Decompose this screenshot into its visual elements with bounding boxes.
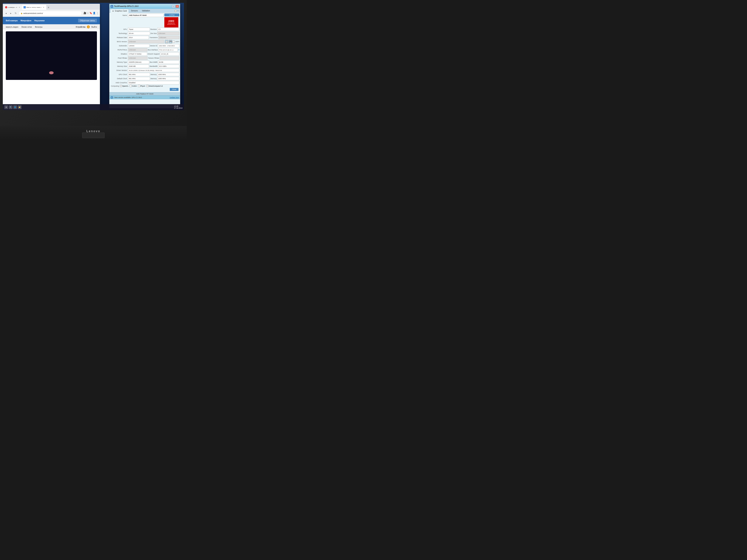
gpuz-cuda-item: CUDA xyxy=(130,85,137,87)
devices-label: Устройства xyxy=(76,26,85,28)
gpuz-uefi-checkbox[interactable] xyxy=(173,41,175,43)
gpuz-row-gpu: GPU Topaz Revision C3 xyxy=(110,27,179,31)
nav-webcam[interactable]: Веб-камера xyxy=(6,20,18,22)
gpuz-directcompute-checkbox[interactable] xyxy=(147,85,149,87)
gpuz-value-pixel: Unknown xyxy=(128,56,148,60)
gpuz-opencl-checkbox[interactable] xyxy=(120,85,122,87)
gpuz-value-diesize: Unknown xyxy=(157,32,179,35)
submenu-flip[interactable]: вернуть видео xyxy=(6,26,18,28)
gpuz-sub-businterface: Bus Interface xyxy=(147,49,158,51)
gpuz-sub-directx: DirectX Support xyxy=(147,53,160,55)
address-bar[interactable]: 🔒 webcammictest.com/ru/ xyxy=(19,11,82,16)
gpuz-row-memtype: Memory Type GDDR5 (Micron) Bus Width 64 … xyxy=(110,60,179,64)
gpuz-value-memclock: 1000 MHz xyxy=(157,73,179,76)
taskbar-time-area: 12:45 27.06.2019 xyxy=(174,105,182,109)
gpuz-value-subvendor: Lenovo xyxy=(128,44,149,47)
tab-favicon-2 xyxy=(24,6,26,8)
webcam-preview xyxy=(6,31,97,80)
gpuz-tab-graphics-label: Graphics Card xyxy=(115,10,127,12)
browser-tab-1[interactable]: о-камеры – п × xyxy=(4,5,22,10)
tab-close-2[interactable]: × xyxy=(43,6,45,8)
taskbar-date: 27.06.2019 xyxy=(174,107,182,109)
taskbar-browser-icon[interactable]: 🌐 xyxy=(13,105,17,109)
gpuz-physx-item: PhysX xyxy=(138,85,145,87)
video-icon: 🎥 xyxy=(83,12,86,15)
gpuz-update-link[interactable]: Update Now xyxy=(170,97,179,98)
taskbar-start[interactable]: ⊞ xyxy=(4,105,8,109)
touchpad[interactable] xyxy=(82,133,105,138)
gpuz-sub-diesize: Die Size xyxy=(150,32,157,34)
gpuz-cuda-label: CUDA xyxy=(132,85,137,87)
gpuz-bios-copy-icon[interactable]: 📋 xyxy=(165,40,168,43)
taskbar-time: 12:45 xyxy=(174,105,182,107)
gpuz-tab-validation[interactable]: Validation xyxy=(140,9,152,12)
gpuz-row-fillrate: Pixel Fillrate Unknown Texture Fillrate xyxy=(110,56,179,60)
gpuz-label-gpuclock: GPU Clock xyxy=(110,74,128,75)
gpuz-label-gpu: GPU xyxy=(110,28,128,30)
account-icon[interactable]: 👤 xyxy=(93,12,96,15)
gpuz-row-tech: Technology 28 nm Die Size Unknown xyxy=(110,31,179,35)
gpuz-close-area: Close xyxy=(110,87,179,91)
gpuz-tab-sensors[interactable]: Sensors xyxy=(129,9,140,12)
gpuz-value-crossfire: Disabled xyxy=(128,81,179,84)
forward-button[interactable]: ▸ xyxy=(9,11,13,15)
star-icon[interactable]: ☆ xyxy=(87,12,89,15)
gpuz-sub-revision: Revision xyxy=(150,28,157,30)
gpuz-bottom-name: AMD Radeon R7 M440 xyxy=(136,93,153,95)
amd-radeon-text: RADEON xyxy=(168,22,175,24)
gpuz-value-deviceid: 1002 6900 - 17AA 39C0 xyxy=(158,44,179,47)
gpuz-bios-save-icon[interactable]: 💾 xyxy=(169,40,172,43)
tab-close-1[interactable]: × xyxy=(18,6,21,8)
gpuz-value-buswidth: 64 Bit xyxy=(158,60,179,64)
gpuz-value-revision: C3 xyxy=(157,28,179,31)
gpuz-physx-checkbox[interactable] xyxy=(138,85,140,87)
nav-mic[interactable]: Микрофон xyxy=(21,20,31,22)
gpuz-row-release: Release Date 2014 Transistors Unknown xyxy=(110,36,179,39)
taskbar-search[interactable]: 🔍 xyxy=(9,105,12,109)
back-button[interactable]: ◂ xyxy=(4,11,8,15)
bookmark-icon[interactable]: 🔖 xyxy=(89,12,92,15)
browser-tab-2[interactable]: Mail.ru: почта, поиск, но × xyxy=(22,5,46,10)
screen: о-камеры – п × Mail.ru: почта, поиск, но… xyxy=(3,3,184,110)
gpuz-value-driver: 26.20.12028.2 (Crimson 19.20) WHQL / Win… xyxy=(128,69,179,72)
site-submenu: вернуть видео Линии сетки Фильтры Устрой… xyxy=(3,24,100,29)
browser-window: о-камеры – п × Mail.ru: почта, поиск, но… xyxy=(3,4,100,110)
feedback-link[interactable]: Обратная связь xyxy=(78,19,97,22)
amd-logo-text: AMD xyxy=(168,20,175,22)
gpuz-cuda-checkbox[interactable] xyxy=(130,85,132,87)
logout-link[interactable]: Выйти xyxy=(91,26,97,28)
gpuz-computing-row: Computing OpenCL CUDA PhysX xyxy=(111,85,179,87)
new-tab-button[interactable]: + xyxy=(46,5,51,10)
lookup-button[interactable]: Lookup xyxy=(164,14,179,17)
gpuz-sub-bandwidth: Bandwidth xyxy=(149,65,158,67)
gpuz-update-bar: i New version available: GPU-Z 2.59.0 Up… xyxy=(109,96,180,99)
gpuz-row-crossfire: AMD CrossFire Disabled xyxy=(110,81,179,85)
submenu-grid[interactable]: Линии сетки xyxy=(21,26,32,28)
gpuz-sub-texture: Texture Fillrate xyxy=(148,57,160,59)
nav-headphones[interactable]: Наушники xyxy=(34,20,45,22)
gpuz-footer: AMD Radeon R7 M440 xyxy=(109,92,180,96)
gpuz-update-text: New version available: GPU-Z 2.59.0 xyxy=(114,97,169,98)
gpuz-tabs: 🖥 Graphics Card Sensors Validation 📋 ≡ xyxy=(109,9,180,13)
gpuz-value-rops: Unknown xyxy=(128,48,147,52)
gpuz-label-pixel: Pixel Fillrate xyxy=(110,57,128,59)
gpuz-row-name: Name AMD Radeon R7 M440 xyxy=(110,14,163,17)
gpuz-tab-validation-label: Validation xyxy=(142,10,150,12)
amd-logo: AMD RADEON GRAPHICS xyxy=(164,17,178,27)
submenu-filters[interactable]: Фильтры xyxy=(35,26,43,28)
taskbar-files-icon[interactable]: 📁 xyxy=(18,105,22,109)
gpuz-value-gpu: Topaz xyxy=(128,28,150,31)
gpuz-bus-question[interactable]: ? xyxy=(178,49,179,51)
gpuz-label-defaultclock: Default Clock xyxy=(110,78,128,80)
gpuz-row-memsize: Memory Size 2048 MB Bandwidth 32.0 GB/s xyxy=(110,64,179,68)
gpuz-close-button[interactable]: ✕ xyxy=(176,5,179,8)
gpuz-value-gpuclock: 891 MHz xyxy=(128,73,150,76)
gpuz-tab-graphics[interactable]: 🖥 Graphics Card xyxy=(110,9,129,13)
gpuz-close-btn[interactable]: Close xyxy=(170,88,179,91)
gpuz-minimize-button[interactable]: ─ xyxy=(172,5,175,8)
gpuz-label-memtype: Memory Type xyxy=(110,61,128,63)
refresh-button[interactable]: ↻ xyxy=(14,11,18,15)
gpuz-label-memsize: Memory Size xyxy=(110,65,128,67)
gpuz-tab-sensors-label: Sensors xyxy=(131,10,138,12)
menu-icon[interactable]: ⋮ xyxy=(96,12,99,15)
